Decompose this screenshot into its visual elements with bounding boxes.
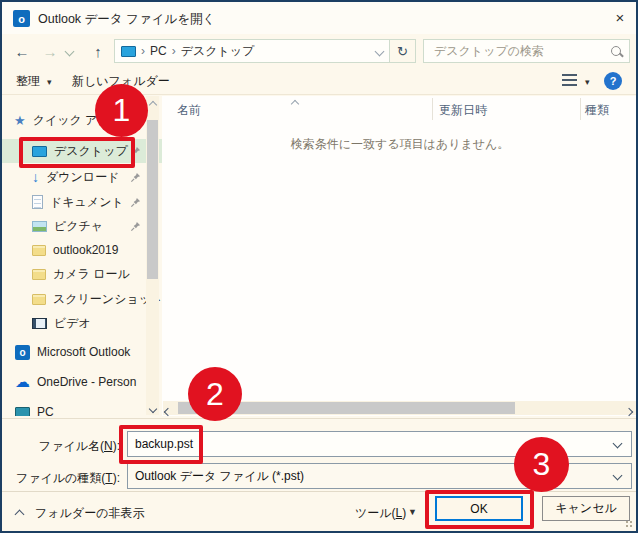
scroll-right-icon[interactable] bbox=[626, 404, 632, 418]
filename-label: ファイル名(N): bbox=[12, 438, 120, 455]
annotation-step-3: 3 bbox=[514, 437, 569, 492]
search-box[interactable] bbox=[423, 39, 630, 63]
search-icon[interactable] bbox=[611, 46, 621, 56]
pictures-icon bbox=[32, 221, 47, 232]
navigation-pane: ★ クイック アクセス デスクトップ ↓ ダウンロード ドキュメント ピクチャ … bbox=[2, 96, 162, 416]
breadcrumb-separator: › bbox=[141, 44, 145, 58]
file-list: 名前 更新日時 種類 検索条件に一致する項目はありません。 bbox=[162, 96, 638, 416]
close-icon[interactable]: × bbox=[604, 2, 636, 32]
column-divider[interactable] bbox=[432, 98, 433, 120]
up-button[interactable]: ↑ bbox=[86, 40, 110, 62]
view-mode-icon[interactable] bbox=[562, 74, 577, 87]
desktop-icon bbox=[32, 146, 47, 157]
hide-folders-chevron-icon[interactable] bbox=[15, 510, 25, 520]
address-dropdown-icon[interactable] bbox=[375, 46, 385, 56]
sidebar-item-microsoft-outlook[interactable]: o Microsoft Outlook bbox=[2, 340, 158, 364]
sidebar-item-videos[interactable]: ビデオ bbox=[2, 311, 162, 335]
sidebar-item-downloads[interactable]: ↓ ダウンロード bbox=[2, 165, 162, 189]
folder-icon bbox=[32, 245, 46, 256]
pin-icon bbox=[130, 221, 141, 232]
window-title: Outlook データ ファイルを開く bbox=[38, 11, 215, 28]
sidebar-item-documents[interactable]: ドキュメント bbox=[2, 190, 162, 214]
organize-button[interactable]: 整理 bbox=[16, 73, 40, 90]
annotation-step-1: 1 bbox=[95, 84, 148, 137]
refresh-button[interactable]: ↻ bbox=[389, 39, 416, 63]
pin-icon bbox=[130, 197, 141, 208]
onedrive-cloud-icon: ☁ bbox=[15, 377, 30, 387]
breadcrumb-desktop[interactable]: デスクトップ bbox=[181, 43, 255, 60]
pin-icon bbox=[130, 146, 141, 157]
organize-caret-icon[interactable]: ▾ bbox=[47, 77, 52, 87]
annotation-step-2: 2 bbox=[188, 367, 242, 421]
video-icon bbox=[32, 318, 47, 329]
resize-grip[interactable] bbox=[625, 520, 634, 529]
empty-search-message: 検索条件に一致する項目はありません。 bbox=[162, 136, 638, 153]
folder-icon bbox=[32, 294, 46, 305]
toolbar-divider bbox=[2, 94, 636, 95]
star-icon: ★ bbox=[14, 113, 26, 128]
sidebar-item-pictures[interactable]: ピクチャ bbox=[2, 214, 162, 238]
column-header-name[interactable]: 名前 bbox=[177, 102, 201, 119]
breadcrumb-pc[interactable]: PC bbox=[150, 44, 167, 58]
history-chevron-icon[interactable] bbox=[65, 47, 75, 57]
pc-icon bbox=[15, 407, 30, 417]
document-icon bbox=[32, 195, 43, 209]
column-header-modified[interactable]: 更新日時 bbox=[439, 102, 487, 119]
folder-icon bbox=[32, 269, 46, 280]
address-bar[interactable]: › PC › デスクトップ bbox=[114, 39, 390, 63]
download-icon: ↓ bbox=[32, 169, 39, 185]
sidebar-item-desktop[interactable]: デスクトップ bbox=[2, 139, 162, 163]
sidebar-item-outlook2019[interactable]: outlook2019 bbox=[2, 238, 162, 262]
pin-icon bbox=[130, 172, 141, 183]
ok-button[interactable]: OK bbox=[435, 496, 523, 521]
help-icon[interactable]: ? bbox=[604, 72, 622, 90]
tools-caret-icon[interactable]: ▼ bbox=[408, 507, 417, 517]
sidebar-item-camera-roll[interactable]: カメラ ロール bbox=[2, 262, 162, 286]
column-header-type[interactable]: 種類 bbox=[585, 102, 609, 119]
sidebar-scrollbar-thumb[interactable] bbox=[147, 120, 158, 279]
panel-divider bbox=[2, 418, 636, 419]
scroll-down-icon[interactable] bbox=[146, 402, 159, 415]
title-bar: o Outlook データ ファイルを開く × bbox=[2, 2, 636, 34]
hide-folders-button[interactable]: フォルダーの非表示 bbox=[35, 505, 144, 522]
scroll-left-icon[interactable] bbox=[165, 404, 171, 418]
sort-ascending-icon[interactable] bbox=[291, 100, 299, 108]
cancel-button[interactable]: キャンセル bbox=[542, 496, 630, 521]
tools-button[interactable]: ツール(L) bbox=[355, 505, 406, 522]
outlook-icon: o bbox=[15, 345, 30, 360]
pc-icon bbox=[121, 46, 136, 57]
view-mode-caret-icon[interactable]: ▾ bbox=[585, 77, 590, 87]
outlook-logo-icon: o bbox=[13, 10, 30, 27]
sidebar-item-onedrive[interactable]: ☁ OneDrive - Person bbox=[2, 370, 158, 394]
filetype-label: ファイルの種類(T): bbox=[4, 470, 120, 487]
breadcrumb-separator: › bbox=[172, 44, 176, 58]
sidebar-item-screenshots[interactable]: スクリーンショット bbox=[2, 287, 162, 311]
column-divider[interactable] bbox=[580, 98, 581, 120]
back-button[interactable]: ← bbox=[10, 40, 34, 62]
open-file-dialog: o Outlook データ ファイルを開く × ← → ↑ › PC › デスク… bbox=[0, 0, 638, 533]
forward-button[interactable]: → bbox=[38, 40, 62, 62]
sidebar-item-pc[interactable]: PC bbox=[2, 400, 158, 416]
search-input[interactable] bbox=[432, 43, 611, 59]
